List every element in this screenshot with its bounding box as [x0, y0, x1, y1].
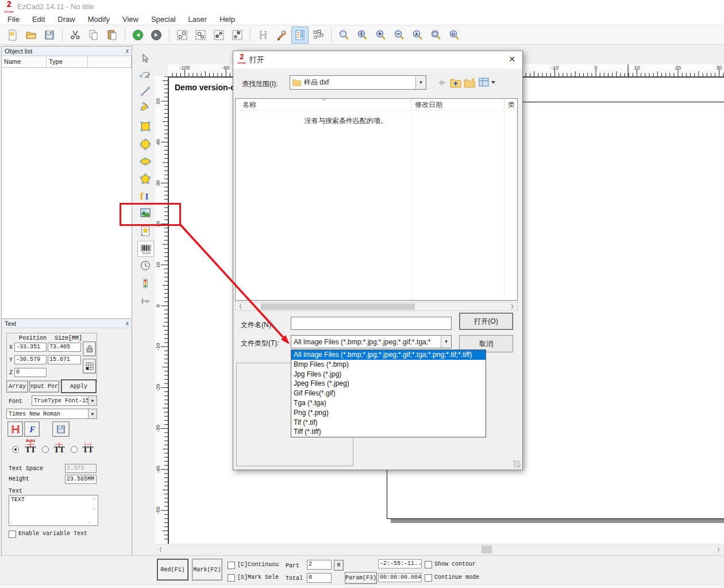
file-type-option[interactable]: Tiff (*.tiff)	[291, 427, 486, 437]
height-input[interactable]: 23.565MM	[65, 475, 97, 484]
chevron-down-icon[interactable]: ▼	[88, 396, 97, 405]
close-icon[interactable]: ✕	[509, 55, 515, 64]
total-input[interactable]: 0	[307, 573, 332, 583]
checkbox-icon[interactable]	[425, 561, 432, 568]
zoom-all-button[interactable]: A	[409, 26, 426, 44]
node-select-button[interactable]	[174, 26, 191, 44]
open-button[interactable]	[22, 26, 40, 44]
checkbox-icon[interactable]	[9, 531, 16, 538]
font-name-combo[interactable]: Times New Roman ▼	[6, 409, 97, 419]
look-in-combo[interactable]: 样品 dxf ▼	[290, 75, 426, 90]
cut-button[interactable]	[67, 26, 84, 44]
zoom-button[interactable]	[336, 26, 353, 44]
resize-grip-icon[interactable]	[513, 460, 521, 468]
enable-variable-checkbox[interactable]: Enable variable Text	[9, 531, 87, 538]
chevron-down-icon[interactable]: ▼	[88, 409, 97, 418]
undo-button[interactable]	[129, 26, 147, 44]
close-icon[interactable]: x	[126, 320, 129, 326]
font-type-combo[interactable]: TrueType Font-15 ▼	[32, 395, 97, 406]
menu-view[interactable]: View	[116, 13, 145, 25]
file-type-option[interactable]: Jpeg Files (*.jpeg)	[291, 379, 486, 389]
menu-laser[interactable]: Laser	[182, 13, 214, 25]
vscroll-arrows-icon[interactable]: ˄˅	[91, 496, 97, 512]
file-type-combo[interactable]: All Image Files (*.bmp;*.jpg;*.jpeg;*.gi…	[291, 335, 452, 348]
menu-file[interactable]: File	[1, 13, 26, 25]
param-button[interactable]: Param(F3)	[345, 572, 377, 584]
hscroll-right-icon[interactable]: ›	[88, 520, 90, 525]
zoom-page-button[interactable]: D	[446, 26, 463, 44]
tool-text-button[interactable]: fI	[137, 189, 153, 203]
menu-help[interactable]: Help	[213, 13, 241, 25]
menu-draw[interactable]: Draw	[51, 13, 81, 25]
file-type-option[interactable]: Tif (*.tif)	[291, 418, 486, 428]
new-folder-icon[interactable]	[464, 77, 476, 88]
tool-rectangle-button[interactable]	[137, 119, 153, 134]
scrollbar-thumb[interactable]	[261, 303, 415, 310]
save-font-button[interactable]	[52, 421, 70, 437]
hatch-text-button[interactable]	[7, 421, 23, 437]
tool-polygon-button[interactable]	[137, 171, 153, 186]
object-list[interactable]: Name Type	[2, 56, 132, 318]
tool-select-button[interactable]	[137, 51, 153, 66]
chevron-down-icon[interactable]: ▼	[415, 76, 426, 89]
copy-button[interactable]	[85, 26, 102, 44]
node-dark-button[interactable]	[210, 26, 228, 44]
scroll-left-icon[interactable]: 〈	[156, 545, 165, 554]
file-type-option[interactable]: Jpg Files (*.jpg)	[291, 370, 486, 379]
tool-curve-button[interactable]	[137, 100, 153, 115]
text-content-area[interactable]: TEXT ˄˅ ‹ ›	[9, 495, 98, 526]
file-type-option[interactable]: Gif Files(*.gif)	[291, 389, 486, 398]
column-name[interactable]: Name	[2, 56, 47, 67]
tool-barcode-button[interactable]: 01234	[137, 241, 154, 257]
node-mix-button[interactable]	[229, 26, 246, 44]
menu-modify[interactable]: Modify	[82, 13, 116, 25]
x-size-input[interactable]: 73.405	[48, 343, 81, 352]
spacing-char-radio[interactable]	[42, 446, 49, 453]
apply-button[interactable]: Apply	[61, 379, 97, 393]
tools-button[interactable]	[273, 26, 290, 44]
x-position-input[interactable]: -33.351	[14, 343, 47, 352]
back-icon[interactable]	[436, 78, 446, 88]
zoom-select-button[interactable]	[428, 26, 445, 44]
chevron-down-icon[interactable]: ▼	[441, 336, 451, 348]
canvas-hscrollbar[interactable]: 〈 〉	[155, 544, 724, 555]
mark-selected-checkbox[interactable]: [S]Mark Sele	[228, 574, 279, 582]
zoom-out-button[interactable]	[391, 26, 408, 44]
continuous-checkbox[interactable]: [C]Continuou	[228, 562, 279, 569]
structure-button[interactable]	[310, 26, 327, 44]
open-button[interactable]: 打开(O)	[459, 313, 513, 330]
view-menu-icon[interactable]	[479, 78, 496, 87]
reset-part-button[interactable]: R	[334, 560, 344, 571]
file-type-option[interactable]: Bmp Files (*.bmp)	[291, 360, 486, 370]
file-name-input[interactable]	[291, 317, 452, 330]
new-button[interactable]	[4, 26, 21, 44]
node-box-button[interactable]	[192, 26, 209, 44]
up-folder-icon[interactable]	[450, 77, 461, 88]
close-icon[interactable]: x	[126, 48, 129, 54]
file-type-option[interactable]: All Image Files (*.bmp;*.jpg;*.jpeg;*.gi…	[291, 350, 486, 360]
mark-button[interactable]: Mark(F2)	[192, 559, 222, 581]
dialog-title-bar[interactable]: 2EZCAD 打开	[233, 51, 522, 68]
dialog-hscrollbar[interactable]: 〈 〉	[235, 302, 518, 311]
tool-clock-button[interactable]	[137, 258, 153, 273]
z-position-input[interactable]: 0	[14, 368, 47, 377]
scrollbar-thumb[interactable]	[482, 545, 492, 554]
menu-edit[interactable]: Edit	[26, 13, 51, 25]
menu-special[interactable]: Special	[145, 13, 182, 25]
redo-button[interactable]	[148, 26, 165, 44]
hscroll-left-icon[interactable]: ‹	[10, 520, 12, 525]
file-type-option[interactable]: Tga (*.tga)	[291, 398, 486, 408]
column-name[interactable]: 名称	[242, 100, 256, 110]
checkbox-icon[interactable]	[425, 574, 432, 582]
y-position-input[interactable]: -30.579	[14, 355, 47, 364]
tool-signal-button[interactable]	[137, 276, 153, 291]
tab-input-port[interactable]: nput Por	[29, 381, 59, 393]
zoom-in-button[interactable]	[372, 26, 390, 44]
column-type[interactable]: 类	[508, 100, 515, 110]
tool-node-edit-button[interactable]	[137, 67, 153, 82]
spacing-auto-radio[interactable]	[12, 446, 19, 453]
scroll-right-icon[interactable]: 〉	[508, 302, 517, 310]
column-date[interactable]: 修改日期	[415, 100, 442, 110]
lock-size-button[interactable]	[83, 341, 96, 356]
scroll-left-icon[interactable]: 〈	[236, 302, 245, 310]
